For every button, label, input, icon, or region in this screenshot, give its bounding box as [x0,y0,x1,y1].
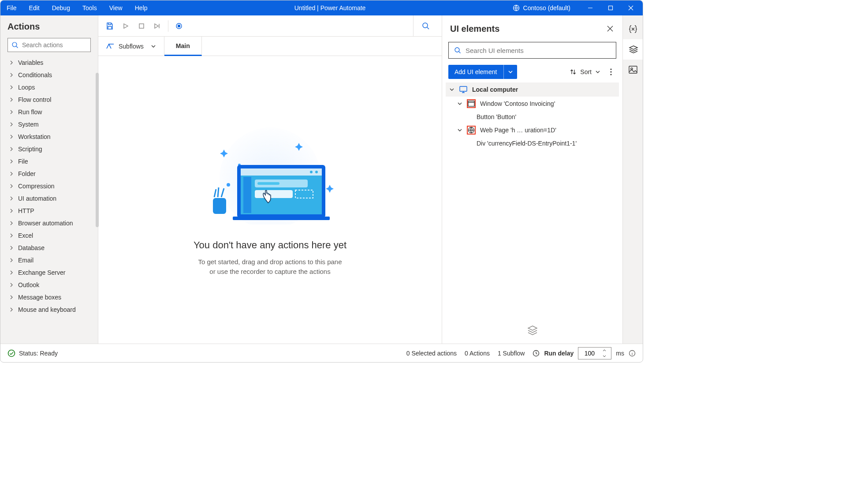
ui-elements-search[interactable] [448,42,616,59]
chevron-right-icon [9,209,14,213]
actions-category-list: VariablesConditionalsLoopsFlow controlRu… [0,56,98,319]
tree-node-window[interactable]: Window 'Contoso Invoicing' [446,97,619,111]
environment-picker[interactable]: Contoso (default) [507,0,577,15]
run-button[interactable] [118,15,134,37]
rail-images-button[interactable] [623,60,643,80]
tab-main[interactable]: Main [164,37,202,56]
empty-state: You don't have any actions here yet To g… [98,56,442,344]
chevron-right-icon [9,147,14,151]
spin-up-button[interactable] [600,347,608,353]
svg-point-27 [610,68,611,70]
actions-category-item[interactable]: Run flow [0,106,98,118]
sort-icon [570,68,577,75]
actions-category-label: Message boxes [18,294,61,301]
chevron-down-icon [457,127,462,133]
chevron-down-icon [449,87,454,92]
svg-point-11 [227,183,230,187]
sort-button[interactable]: Sort [568,66,602,78]
actions-category-item[interactable]: Conditionals [0,69,98,81]
scrollbar-thumb[interactable] [96,73,99,227]
search-icon [11,41,19,49]
actions-category-item[interactable]: Mouse and keyboard [0,303,98,316]
right-rail [622,15,643,344]
rail-ui-elements-button[interactable] [623,39,643,60]
tree-node-local-computer[interactable]: Local computer [446,82,619,97]
actions-category-item[interactable]: Outlook [0,279,98,291]
actions-category-label: Compression [18,183,54,190]
save-button[interactable] [102,15,118,37]
run-delay-unit: ms [616,350,624,357]
recorder-button[interactable] [171,15,187,37]
actions-category-label: Mouse and keyboard [18,306,76,313]
menu-file[interactable]: File [0,0,23,15]
actions-category-label: Browser automation [18,220,73,227]
chevron-right-icon [9,184,14,188]
actions-category-item[interactable]: System [0,118,98,131]
actions-search-input[interactable] [22,41,99,49]
actions-category-item[interactable]: Flow control [0,94,98,106]
chevron-right-icon [9,135,14,139]
actions-category-item[interactable]: Exchange Server [0,266,98,279]
actions-category-item[interactable]: UI automation [0,192,98,205]
close-panel-button[interactable] [603,22,617,36]
info-icon[interactable] [629,350,636,357]
run-delay-input[interactable] [578,347,611,359]
chevron-right-icon [9,110,14,114]
actions-category-item[interactable]: HTTP [0,205,98,217]
actions-category-label: Scripting [18,146,42,153]
maximize-button[interactable] [600,0,621,15]
spin-down-button[interactable] [600,353,608,359]
actions-category-item[interactable]: Folder [0,168,98,180]
step-button[interactable] [149,15,165,37]
clock-icon [533,350,540,357]
actions-category-item[interactable]: Email [0,254,98,266]
menu-view[interactable]: View [103,0,129,15]
menu-edit[interactable]: Edit [23,0,46,15]
svg-point-35 [8,350,15,356]
actions-category-item[interactable]: Scripting [0,143,98,155]
svg-point-26 [455,48,459,52]
environment-label: Contoso (default) [523,4,570,11]
subflows-icon [106,43,114,49]
stop-button[interactable] [134,15,149,37]
svg-rect-30 [460,86,467,91]
chevron-right-icon [9,295,14,299]
menu-help[interactable]: Help [129,0,154,15]
actions-category-item[interactable]: Message boxes [0,291,98,303]
actions-category-item[interactable]: Loops [0,81,98,94]
add-ui-element-button[interactable]: Add UI element [448,65,517,79]
svg-point-5 [178,25,180,27]
ui-elements-search-input[interactable] [466,47,611,54]
menu-tools[interactable]: Tools [76,0,103,15]
tree-node-button[interactable]: Button 'Button' [446,111,619,123]
tree-node-label: Window 'Contoso Invoicing' [480,100,555,107]
close-button[interactable] [621,0,641,15]
tree-node-div[interactable]: Div 'currencyField-DS-EntryPoint1-1' [446,137,619,150]
menu-debug[interactable]: Debug [46,0,76,15]
actions-panel: Actions VariablesConditionalsLoopsFlow c… [0,15,98,344]
subflows-dropdown[interactable]: Subflows [98,37,164,56]
tree-node-webpage[interactable]: Web Page 'h … uration=1D' [446,123,619,137]
actions-category-label: Loops [18,84,35,91]
add-ui-element-dropdown[interactable] [504,65,517,79]
rail-variables-button[interactable] [623,19,643,39]
actions-category-label: UI automation [18,195,56,202]
window-controls [580,0,641,15]
actions-category-item[interactable]: Variables [0,56,98,69]
actions-category-item[interactable]: Database [0,242,98,254]
actions-category-item[interactable]: Compression [0,180,98,192]
actions-category-item[interactable]: Browser automation [0,217,98,229]
chevron-right-icon [9,159,14,164]
run-delay-value[interactable] [578,350,600,357]
svg-point-20 [310,171,313,173]
actions-category-item[interactable]: Workstation [0,131,98,143]
actions-category-label: Conditionals [18,71,52,79]
actions-category-item[interactable]: File [0,155,98,168]
minimize-button[interactable] [580,0,600,15]
chevron-right-icon [9,172,14,176]
canvas-search-button[interactable] [414,15,438,37]
actions-search[interactable] [7,38,91,52]
chevron-down-icon [457,101,462,106]
actions-category-item[interactable]: Excel [0,229,98,242]
more-options-button[interactable] [606,66,616,78]
